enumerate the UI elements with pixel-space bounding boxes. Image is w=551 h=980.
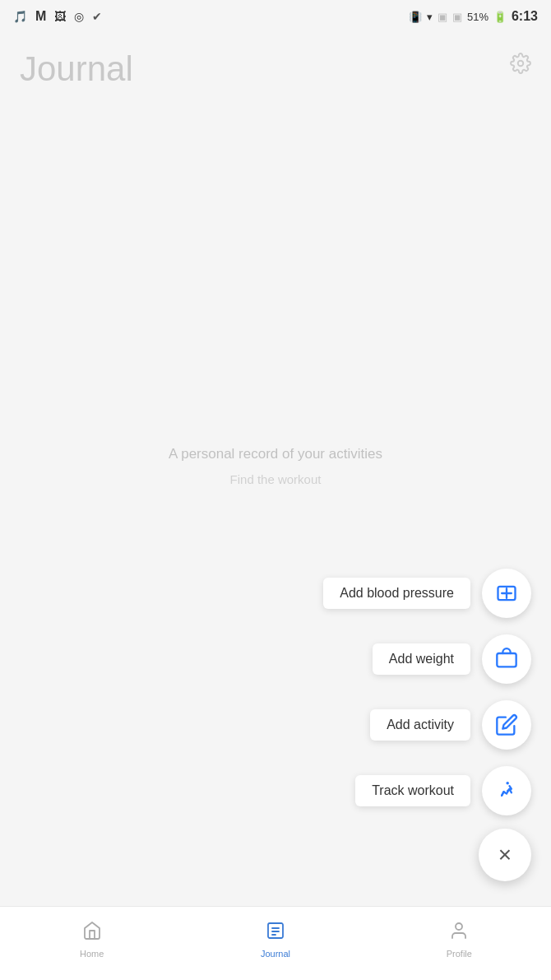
svg-point-5 <box>506 782 509 785</box>
pencil-icon <box>495 713 518 736</box>
home-icon <box>82 921 102 945</box>
nav-profile[interactable]: Profile <box>368 921 551 959</box>
maps-icon: M <box>35 9 46 24</box>
add-weight-label[interactable]: Add weight <box>373 643 470 675</box>
svg-rect-4 <box>497 653 516 666</box>
profile-icon <box>449 921 469 945</box>
home-label: Home <box>80 949 104 959</box>
blood-pressure-icon <box>495 582 518 605</box>
add-activity-button[interactable] <box>482 700 531 750</box>
settings-icon[interactable] <box>507 49 535 77</box>
tiktok-icon: 🎵 <box>13 10 27 23</box>
status-right: 📳 ▾ ▣ ▣ 51% 🔋 6:13 <box>409 9 538 24</box>
close-icon: × <box>498 843 512 866</box>
track-workout-row: Track workout <box>355 766 531 815</box>
add-activity-label[interactable]: Add activity <box>370 709 470 741</box>
main-content: Journal A personal record of your activi… <box>0 33 551 906</box>
add-blood-pressure-label[interactable]: Add blood pressure <box>323 578 470 609</box>
fab-actions: Add blood pressure Add weight Add act <box>323 569 531 815</box>
nav-journal[interactable]: Journal <box>183 921 367 959</box>
svg-rect-6 <box>268 923 283 938</box>
battery-icon: 🔋 <box>493 11 507 23</box>
profile-label: Profile <box>447 949 472 959</box>
svg-point-10 <box>456 923 462 930</box>
check-icon: ✔ <box>92 10 102 23</box>
sync-icon: ◎ <box>74 10 84 23</box>
add-weight-button[interactable] <box>482 634 531 684</box>
vibrate-icon: 📳 <box>409 11 422 23</box>
nav-home[interactable]: Home <box>0 921 183 959</box>
empty-state: A personal record of your activities Fin… <box>0 445 551 485</box>
signal-icon1: ▣ <box>438 11 447 23</box>
empty-state-subtext: Find the workout <box>0 471 551 485</box>
bottom-nav: Home Journal Profile <box>0 906 551 980</box>
add-blood-pressure-button[interactable] <box>482 569 531 618</box>
running-icon <box>495 779 518 802</box>
close-fab-button[interactable]: × <box>479 829 531 881</box>
status-bar: 🎵 M 🖼 ◎ ✔ 📳 ▾ ▣ ▣ 51% 🔋 6:13 <box>0 0 551 33</box>
empty-state-text: A personal record of your activities <box>0 445 551 462</box>
track-workout-label[interactable]: Track workout <box>355 775 470 806</box>
weight-icon <box>495 648 518 671</box>
battery-text: 51% <box>467 11 488 23</box>
track-workout-button[interactable] <box>482 766 531 815</box>
add-activity-row: Add activity <box>370 700 531 750</box>
photos-icon: 🖼 <box>54 10 66 23</box>
add-weight-row: Add weight <box>373 634 531 684</box>
wifi-icon: ▾ <box>427 11 433 23</box>
svg-point-0 <box>518 61 524 67</box>
page-title: Journal <box>20 49 531 89</box>
time: 6:13 <box>512 9 538 24</box>
add-blood-pressure-row: Add blood pressure <box>323 569 531 618</box>
journal-icon <box>266 921 285 945</box>
journal-label: Journal <box>261 949 290 959</box>
status-left: 🎵 M 🖼 ◎ ✔ <box>13 9 102 24</box>
signal-icon2: ▣ <box>452 11 462 23</box>
